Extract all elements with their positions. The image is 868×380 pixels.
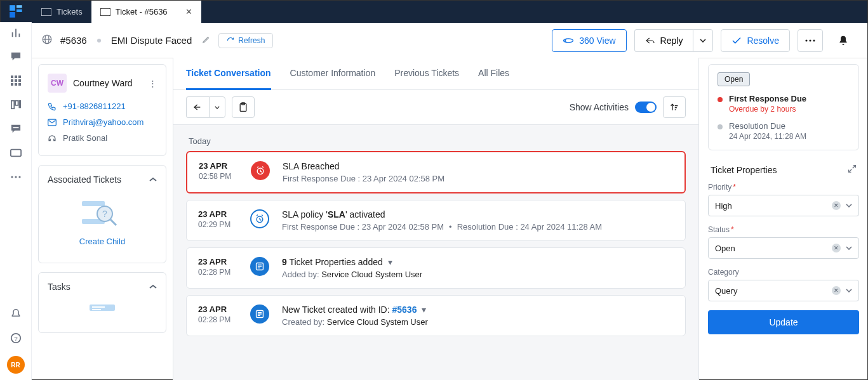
chevron-down-icon xyxy=(700,39,706,43)
sla-resolution-sub: 24 Apr 2024, 11:28 AM xyxy=(729,132,806,141)
resolve-button[interactable]: Resolve xyxy=(721,29,790,52)
dot-separator xyxy=(97,39,101,43)
tl-time: 02:28 PM xyxy=(198,268,237,277)
top-tab-bar: Tickets Ticket - #5636 ✕ xyxy=(1,1,867,23)
chevron-down-icon xyxy=(846,204,852,207)
reply-quick-dropdown[interactable] xyxy=(209,96,225,118)
reply-dropdown[interactable] xyxy=(693,29,713,52)
svg-line-40 xyxy=(110,219,116,225)
contact-avatar: CW xyxy=(48,74,67,93)
timeline-item-new-ticket: 23 APR02:28 PM New Ticket created with I… xyxy=(186,295,686,336)
check-icon xyxy=(731,37,742,44)
list-icon xyxy=(250,305,269,324)
notifications-button[interactable] xyxy=(831,29,856,52)
logo-icon xyxy=(8,4,25,20)
contact-card: CW Courtney Ward ⋮ +91-8826811221 Prithv… xyxy=(38,64,166,156)
svg-line-57 xyxy=(260,219,261,221)
show-activities-label: Show Activities xyxy=(570,102,629,112)
category-value: Query xyxy=(715,286,737,296)
priority-select[interactable]: High ✕ xyxy=(708,195,859,216)
svg-line-58 xyxy=(257,215,258,216)
svg-rect-43 xyxy=(92,309,101,310)
props-heading: Ticket Properties xyxy=(711,165,777,175)
more-button[interactable] xyxy=(798,29,823,52)
phone-icon xyxy=(48,102,57,111)
svg-line-54 xyxy=(262,167,264,168)
reply-quick-button[interactable] xyxy=(186,96,209,118)
associated-tickets-card: Associated Tickets ? Create Child xyxy=(38,165,166,263)
chevron-down-icon xyxy=(846,246,852,250)
tab-label: Ticket - #5636 xyxy=(116,7,168,16)
chevron-down-icon[interactable]: ▾ xyxy=(422,305,426,315)
chevron-down-icon[interactable]: ▾ xyxy=(388,257,392,267)
more-icon xyxy=(805,39,815,42)
update-button[interactable]: Update xyxy=(708,310,859,334)
globe-icon[interactable] xyxy=(41,34,53,47)
tasks-empty-icon xyxy=(90,302,115,313)
right-panel: Open First Response Due Overdue by 2 hou… xyxy=(699,58,868,380)
tl-time: 02:29 PM xyxy=(198,220,237,229)
clear-icon[interactable]: ✕ xyxy=(832,286,841,295)
show-activities-toggle[interactable] xyxy=(635,102,657,113)
refresh-button[interactable]: Refresh xyxy=(218,33,273,48)
alarm-icon xyxy=(251,161,270,180)
tab-all-files[interactable]: All Files xyxy=(478,58,509,89)
refresh-label: Refresh xyxy=(238,36,265,45)
timeline-day-label: Today xyxy=(189,136,686,146)
category-field: Category Query ✕ xyxy=(708,268,859,301)
tab-conversation[interactable]: Ticket Conversation xyxy=(186,58,271,90)
associated-tickets-header[interactable]: Associated Tickets xyxy=(48,174,157,185)
chevron-down-icon xyxy=(846,289,852,292)
tab-ticket-detail[interactable]: Ticket - #5636 ✕ xyxy=(91,1,201,23)
status-select[interactable]: Open ✕ xyxy=(708,237,859,259)
contact-email-row[interactable]: Prithviraj@yahoo.com xyxy=(48,117,157,127)
sort-button[interactable] xyxy=(663,96,686,118)
timeline-item-props-added: 23 APR02:28 PM 9 Ticket Properties added… xyxy=(186,247,686,289)
empty-state-icon: ? xyxy=(77,197,128,230)
contact-more[interactable]: ⋮ xyxy=(149,79,157,88)
category-select[interactable]: Query ✕ xyxy=(708,280,859,301)
tab-label: Tickets xyxy=(57,7,83,16)
timeline: Today 23 APR02:58 PM SLA Breached First … xyxy=(173,125,698,351)
clipboard-button[interactable] xyxy=(232,96,255,118)
rail-analytics[interactable] xyxy=(10,26,22,39)
sla-first-response-sub: Overdue by 2 hours xyxy=(729,105,806,114)
field-label: Category xyxy=(708,268,739,277)
ticket-link[interactable]: #5636 xyxy=(392,305,417,315)
tl-title: 9 Ticket Properties added▾ xyxy=(282,257,674,267)
tab-customer-info[interactable]: Customer Information xyxy=(290,58,376,89)
create-child-link[interactable]: Create Child xyxy=(79,237,125,246)
action-bar: Show Activities xyxy=(173,90,698,125)
svg-line-69 xyxy=(849,169,852,173)
headset-icon xyxy=(48,134,57,143)
tl-date: 23 APR xyxy=(198,305,237,314)
chevron-up-icon xyxy=(149,177,157,182)
close-icon[interactable]: ✕ xyxy=(185,7,192,16)
svg-rect-4 xyxy=(41,8,51,16)
tasks-card: Tasks xyxy=(38,272,166,333)
tab-tickets[interactable]: Tickets xyxy=(32,1,91,23)
reply-label: Reply xyxy=(660,36,683,46)
tab-previous-tickets[interactable]: Previous Tickets xyxy=(394,58,459,89)
svg-rect-0 xyxy=(10,5,15,11)
sla-dot-overdue xyxy=(718,97,723,102)
section-title: Tasks xyxy=(48,282,70,292)
contact-email: Prithviraj@yahoo.com xyxy=(63,117,144,127)
expand-icon[interactable] xyxy=(848,164,857,175)
contact-phone-row[interactable]: +91-8826811221 xyxy=(48,102,157,111)
svg-line-52 xyxy=(260,171,262,173)
contact-agent: Pratik Sonal xyxy=(63,133,107,143)
svg-rect-3 xyxy=(17,9,22,11)
status-badge: Open xyxy=(718,72,750,86)
view-360-button[interactable]: 360 View xyxy=(552,29,626,52)
tasks-header[interactable]: Tasks xyxy=(48,282,157,292)
status-field: Status* Open ✕ xyxy=(708,225,859,259)
tl-date: 23 APR xyxy=(198,257,237,266)
clear-icon[interactable]: ✕ xyxy=(832,201,841,210)
view-360-label: 360 View xyxy=(579,36,615,46)
reply-button[interactable]: Reply xyxy=(634,29,693,52)
clear-icon[interactable]: ✕ xyxy=(832,244,841,252)
priority-field: Priority* High ✕ xyxy=(708,183,859,216)
edit-icon[interactable] xyxy=(202,35,211,46)
timeline-item-sla-activated: 23 APR02:29 PM SLA policy 'SLA' activate… xyxy=(186,200,686,241)
